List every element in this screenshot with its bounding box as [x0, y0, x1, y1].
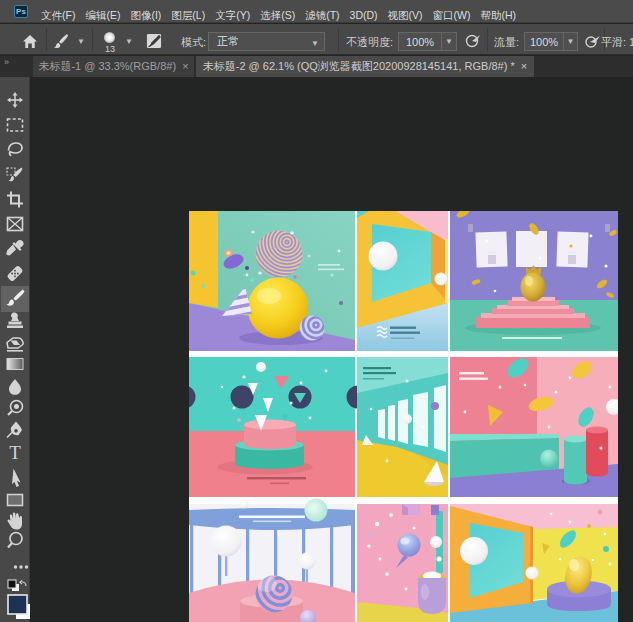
svg-text:T: T	[9, 442, 21, 463]
